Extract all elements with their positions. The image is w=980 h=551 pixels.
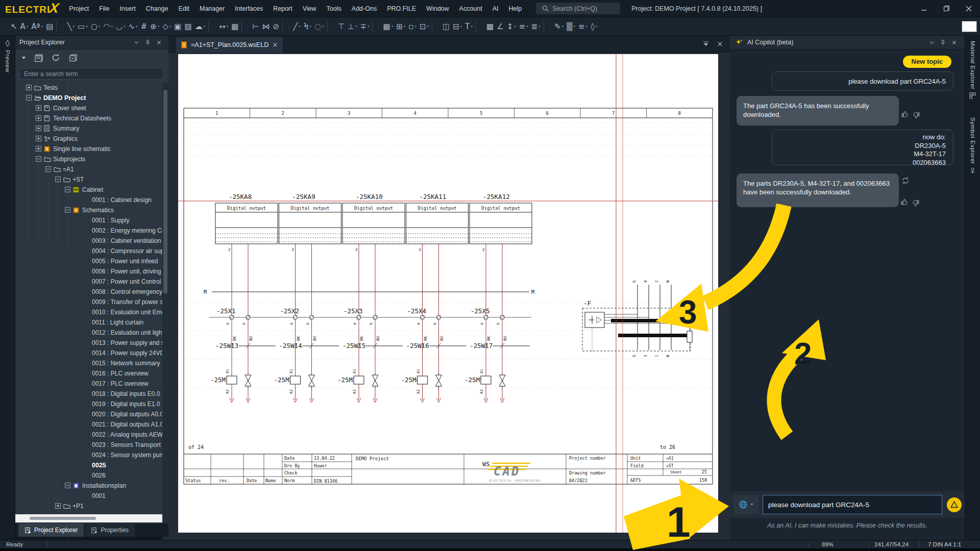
toolbar-eraser-tool[interactable]: ◊▾	[589, 20, 599, 33]
dropdown-caret-icon[interactable]: ▾	[414, 24, 416, 29]
toolbar-dimension-tool[interactable]: ↔▾	[217, 20, 230, 33]
scrollbar-thumb[interactable]	[30, 517, 96, 520]
dropdown-caret-icon[interactable]: ▾	[111, 24, 113, 29]
toolbar-connector-node-tool[interactable]: #	[139, 20, 149, 33]
ai-prompt-input[interactable]	[763, 495, 942, 514]
menu-view[interactable]: View	[298, 0, 322, 17]
tree-item-0005-power-unit-infeed[interactable]: 0005 : Power unit infeed	[15, 256, 162, 266]
ai-send-button[interactable]	[947, 497, 962, 512]
toolbar-arc-tool[interactable]: ◠▾	[102, 20, 114, 33]
toolbar-drag-handle[interactable]: ⋮	[331, 24, 335, 29]
dropdown-caret-icon[interactable]: ▾	[460, 24, 462, 29]
close-icon[interactable]	[948, 40, 960, 45]
menu-report[interactable]: Report	[268, 0, 298, 17]
tree-item-0022-analog-inputs-aew0[interactable]: 0022 : Analog inputs AEW0	[15, 430, 162, 440]
menu-window[interactable]: Window	[421, 0, 454, 17]
toolbar-potential-lines-tool[interactable]: ≣▾	[530, 20, 542, 33]
tree-item-0018-digital-inputs-e0-0[interactable]: 0018 : Digital inputs E0.0 -	[15, 389, 162, 399]
new-document-icon[interactable]	[34, 54, 43, 62]
toolbar-rectangle-tool[interactable]: ▭▾	[76, 20, 89, 33]
dropdown-caret-icon[interactable]: ▾	[27, 24, 29, 29]
tree-item-0015-network-summary[interactable]: 0015 : Network summary	[15, 358, 162, 368]
toolbar-drag-handle[interactable]: ⋮	[60, 24, 64, 29]
toolbar-line-tool[interactable]: ╲▾	[65, 20, 76, 33]
collapse-icon[interactable]: −	[55, 177, 61, 182]
toolbar-contact-tool[interactable]: ⋈	[261, 20, 272, 33]
toolbar-arc-3pt-tool[interactable]: ◡▾	[114, 20, 127, 33]
toolbar-cloud-tool[interactable]: ☁▾	[193, 20, 207, 33]
toolbar-plc-compact-tool[interactable]: ⊞▾	[395, 20, 407, 33]
menu-ai[interactable]: AI	[487, 0, 504, 17]
dropdown-caret-icon[interactable]: ▾	[41, 24, 43, 29]
dropdown-caret-icon[interactable]: ▾	[299, 24, 301, 29]
dropdown-caret-icon[interactable]: ▾	[471, 24, 473, 29]
toolbar-grid-tool[interactable]: ▩	[485, 20, 495, 33]
dropdown-caret-icon[interactable]: ▾	[586, 24, 588, 29]
toolbar-potential-bottom-tool[interactable]: ⊥▾	[346, 20, 359, 33]
toolbar-sheet-tool[interactable]: ▤	[44, 20, 55, 33]
pin-icon[interactable]	[142, 40, 153, 45]
restore-button[interactable]	[935, 0, 958, 17]
tree-item-0026[interactable]: 0026	[15, 470, 162, 481]
toolbar-drag-handle[interactable]: ⋮	[246, 24, 250, 29]
toolbar-circle-tool[interactable]: ○▾	[89, 20, 102, 33]
tree-item-installationsplan[interactable]: −Installationsplan	[15, 481, 162, 491]
tree-search-input[interactable]	[19, 68, 163, 80]
close-button[interactable]	[958, 0, 980, 17]
language-selector[interactable]	[734, 495, 758, 514]
menu-change[interactable]: Change	[141, 0, 174, 17]
drawing-area[interactable]: 1 2 3 4 5 6 7 8 M M	[168, 53, 730, 540]
toolbar-cable-tool[interactable]: ≡▾	[518, 20, 530, 33]
thumbs-up-icon[interactable]	[901, 110, 909, 118]
toolbar-dashed-circle-tool[interactable]: ◌▾	[313, 20, 326, 33]
toolbar-image-frame-tool[interactable]: ▨	[183, 20, 193, 33]
toolbar-switch-tool[interactable]: ╱▾	[291, 20, 302, 33]
tree-item-0004-compressor-air-suppl[interactable]: 0004 : Compressor air suppl	[15, 246, 162, 256]
collapse-icon[interactable]: −	[65, 187, 70, 192]
close-icon[interactable]	[153, 40, 164, 45]
dropdown-caret-icon[interactable]: ▾	[86, 24, 88, 29]
tree-item-0010-evaluation-unit-emer[interactable]: 0010 : Evaluation unit Emer	[15, 307, 162, 317]
tree-item-0006-power-unit-driving-ta[interactable]: 0006 : Power unit, driving ta	[15, 266, 162, 277]
expand-icon[interactable]: +	[36, 126, 41, 131]
tree-item-single-line-schematic[interactable]: +Single line schematic	[15, 144, 162, 154]
toolbar-drag-handle[interactable]: ⋮	[376, 24, 380, 29]
dropdown-caret-icon[interactable]: ▾	[227, 24, 229, 29]
dropdown-caret-icon[interactable]: ▾	[136, 24, 138, 29]
toolbar-format-brush-tool[interactable]: ✎▾	[553, 20, 565, 33]
toolbar-color-swatch[interactable]	[962, 21, 977, 32]
tree-item-0016-plc-overview[interactable]: 0016 : PLC overview	[15, 368, 162, 379]
collapse-icon[interactable]: −	[36, 156, 41, 162]
tree-item-0021-digital-outputs-a1-0[interactable]: 0021 : Digital outputs A1.0	[15, 419, 162, 430]
expand-icon[interactable]: +	[36, 146, 41, 152]
menu-edit[interactable]: Edit	[173, 0, 194, 17]
expand-icon[interactable]: +	[36, 105, 41, 111]
panel-tab-properties[interactable]: Properties	[85, 523, 135, 537]
tree-item-0008-control-emergency-s[interactable]: 0008 : Control emergency s	[15, 287, 162, 297]
toolbar-text-attribute-tool[interactable]: Aª▾	[30, 20, 44, 33]
dropdown-caret-icon[interactable]: ▾	[538, 24, 541, 29]
toolbar-drag-handle[interactable]: ⋮	[436, 24, 440, 29]
toolbar-drag-handle[interactable]: ⋮	[548, 24, 552, 29]
dropdown-caret-icon[interactable]: ▾	[310, 24, 312, 29]
scrollbar-thumb[interactable]	[163, 90, 167, 294]
menu-manager[interactable]: Manager	[194, 0, 230, 17]
chevron-down-icon[interactable]	[131, 40, 142, 45]
tree-item-0001-cabinet-design[interactable]: 0001 : Cabinet design	[15, 195, 162, 205]
thumbs-down-icon[interactable]	[912, 199, 920, 207]
dropdown-caret-icon[interactable]: ▾	[427, 24, 429, 29]
dropdown-caret-icon[interactable]: ▾	[391, 24, 394, 29]
tree-item-0013-power-supply-and-se[interactable]: 0013 : Power supply and se	[15, 338, 162, 348]
menu-file[interactable]: File	[94, 0, 114, 17]
schematic-page[interactable]: 1 2 3 4 5 6 7 8 M M	[178, 54, 718, 533]
toolbar-impulse-tool[interactable]: Ϟ▾	[302, 20, 313, 33]
tree-item-0020-digital-outputs-a0-0[interactable]: 0020 : Digital outputs A0.0	[15, 409, 162, 419]
toolbar-frame-select-alt-tool[interactable]: ⊡▾	[418, 20, 430, 33]
menu-account[interactable]: Account	[454, 0, 487, 17]
menu-pro-file[interactable]: PRO.FILE	[382, 0, 421, 17]
toolbar-dimension-grid-tool[interactable]: ▦	[230, 20, 240, 33]
tree-item-0012-evaluation-unit-light-c[interactable]: 0012 : Evaluation unit light c	[15, 328, 162, 338]
thumbs-down-icon[interactable]	[912, 111, 920, 119]
regenerate-icon[interactable]	[901, 177, 910, 185]
tree-item-0025[interactable]: 0025	[15, 460, 162, 470]
